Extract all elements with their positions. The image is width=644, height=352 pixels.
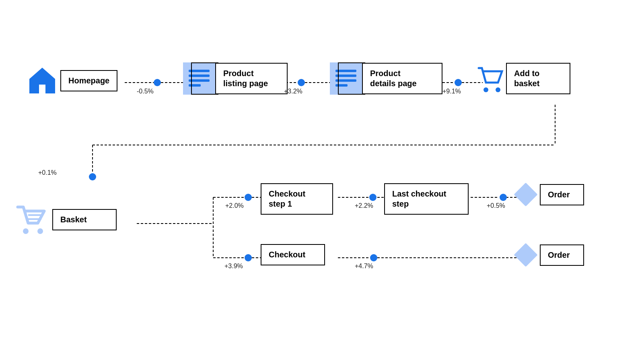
pct-last-order1: +0.5% xyxy=(487,202,505,209)
last-checkout-label: Last checkout step xyxy=(384,183,469,215)
basket-icon xyxy=(16,201,52,238)
order1-label: Order xyxy=(540,184,584,205)
add-to-basket-node: Add to basket xyxy=(474,62,570,95)
product-details-icon xyxy=(330,62,362,95)
pct-checkout-order2: +4.7% xyxy=(355,263,373,270)
svg-point-33 xyxy=(496,87,500,92)
order2-icon xyxy=(512,241,540,269)
product-details-node: Product details page xyxy=(330,62,442,95)
homepage-label: Homepage xyxy=(60,70,117,91)
dot-listing-details xyxy=(298,79,305,86)
pct-listing-details: +3.2% xyxy=(284,88,302,95)
checkout-node: Checkout xyxy=(261,244,325,265)
svg-point-32 xyxy=(484,87,488,92)
product-details-label: Product details page xyxy=(362,63,442,94)
dot-last-order1 xyxy=(500,194,507,201)
pct-checkout1-last: +2.2% xyxy=(355,202,373,209)
svg-point-35 xyxy=(37,228,43,234)
order2-label: Order xyxy=(540,244,584,266)
checkout-step1-node: Checkout step 1 xyxy=(261,183,333,215)
flow-diagram: Homepage -0.5% Product listing page +3.2… xyxy=(0,0,644,352)
product-listing-label: Product listing page xyxy=(215,63,288,94)
home-icon xyxy=(24,62,60,99)
connector-lines xyxy=(0,0,644,352)
order1-node: Order xyxy=(512,180,584,209)
svg-point-34 xyxy=(23,228,29,234)
order2-node: Order xyxy=(512,241,584,269)
pct-basket-checkout1: +2.0% xyxy=(225,202,244,209)
dot-fork-lower xyxy=(245,254,252,261)
svg-rect-39 xyxy=(514,243,537,267)
dot-details-basket xyxy=(455,79,462,86)
last-checkout-node: Last checkout step xyxy=(384,183,469,215)
basket-label: Basket xyxy=(52,209,117,230)
checkout-step1-label: Checkout step 1 xyxy=(261,183,333,215)
svg-rect-38 xyxy=(514,182,537,206)
dot-checkout-order2 xyxy=(370,254,377,261)
pct-details-basket: +9.1% xyxy=(442,88,461,95)
dot-basket-return xyxy=(89,173,96,180)
pct-homepage-listing: -0.5% xyxy=(137,88,154,95)
product-listing-icon xyxy=(183,62,215,95)
product-listing-node: Product listing page xyxy=(183,62,288,95)
dot-homepage-listing xyxy=(154,79,161,86)
add-to-basket-label: Add to basket xyxy=(506,63,570,94)
pct-basket-return: +0.1% xyxy=(38,169,57,176)
checkout-label: Checkout xyxy=(261,244,325,265)
dot-fork-upper xyxy=(245,194,252,201)
order1-icon xyxy=(512,180,540,209)
add-to-basket-icon xyxy=(474,62,506,95)
pct-basket-checkout: +3.9% xyxy=(224,263,243,270)
dot-checkout1-last xyxy=(369,194,377,201)
svg-marker-21 xyxy=(29,68,55,93)
